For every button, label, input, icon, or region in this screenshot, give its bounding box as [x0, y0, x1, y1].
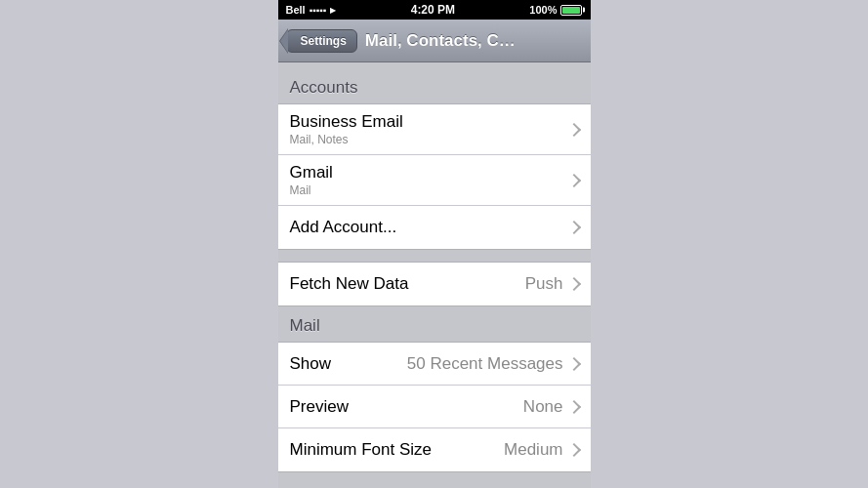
chevron-icon	[566, 443, 580, 457]
business-email-title: Business Email	[290, 112, 569, 132]
accounts-table: Business Email Mail, Notes Gmail Mail Ad…	[278, 103, 591, 250]
gmail-title: Gmail	[290, 163, 569, 183]
show-row[interactable]: Show 50 Recent Messages	[278, 343, 591, 386]
carrier-text: Bell	[286, 4, 306, 16]
status-bar: Bell ▪▪▪▪▪ ▸ 4:20 PM 100%	[278, 0, 591, 20]
chevron-icon	[566, 173, 580, 186]
chevron-icon	[566, 122, 580, 136]
preview-row[interactable]: Preview None	[278, 386, 591, 428]
preview-value: None	[523, 397, 563, 417]
mail-header: Mail	[278, 306, 591, 342]
back-button[interactable]: Settings	[286, 29, 357, 53]
preview-label: Preview	[290, 397, 523, 417]
business-email-row[interactable]: Business Email Mail, Notes	[278, 104, 591, 155]
min-font-label: Minimum Font Size	[290, 440, 505, 460]
nav-title: Mail, Contacts, Calen...	[365, 31, 517, 51]
battery-icon	[560, 5, 582, 16]
chevron-icon	[566, 221, 580, 234]
chevron-icon	[566, 356, 580, 370]
add-account-title: Add Account...	[290, 218, 569, 237]
signal-dots: ▸	[330, 4, 336, 17]
gmail-subtitle: Mail	[290, 183, 569, 197]
min-font-value: Medium	[504, 440, 562, 460]
phone-frame: Bell ▪▪▪▪▪ ▸ 4:20 PM 100% Settings Mail,…	[278, 0, 591, 488]
gmail-row[interactable]: Gmail Mail	[278, 155, 591, 206]
accounts-section: Accounts Business Email Mail, Notes Gmai…	[278, 62, 591, 250]
show-value: 50 Recent Messages	[407, 354, 563, 374]
mail-section: Mail Show 50 Recent Messages Preview Non…	[278, 306, 591, 472]
min-font-size-row[interactable]: Minimum Font Size Medium	[278, 428, 591, 471]
status-bar-time: 4:20 PM	[411, 3, 455, 17]
battery-percent: 100%	[529, 4, 557, 16]
fetch-data-value: Push	[525, 274, 563, 294]
fetch-data-label: Fetch New Data	[290, 274, 525, 294]
status-bar-left: Bell ▪▪▪▪▪ ▸	[286, 4, 337, 17]
mail-table: Show 50 Recent Messages Preview None Min…	[278, 342, 591, 472]
content-area: Accounts Business Email Mail, Notes Gmai…	[278, 62, 591, 488]
fetch-new-data-row[interactable]: Fetch New Data Push	[278, 263, 591, 305]
accounts-header: Accounts	[278, 62, 591, 103]
nav-bar: Settings Mail, Contacts, Calen...	[278, 20, 591, 62]
chevron-icon	[566, 277, 580, 291]
status-bar-right: 100%	[529, 4, 582, 16]
show-label: Show	[290, 354, 407, 374]
add-account-row[interactable]: Add Account...	[278, 206, 591, 249]
fetch-data-table: Fetch New Data Push	[278, 262, 591, 306]
business-email-subtitle: Mail, Notes	[290, 133, 569, 146]
wifi-icon: ▪▪▪▪▪	[310, 5, 327, 16]
chevron-icon	[566, 399, 580, 413]
